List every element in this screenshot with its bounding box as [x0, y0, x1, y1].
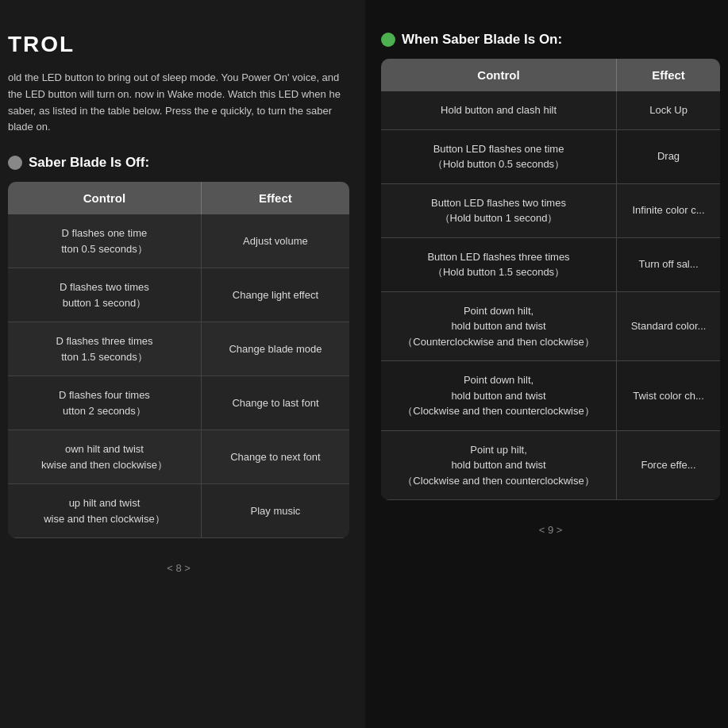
table-cell-effect: Standard color... — [617, 291, 720, 361]
table-row: D flashes four times utton 2 seconds）Cha… — [8, 376, 349, 430]
table-row: Button LED flashes two times （Hold butto… — [381, 183, 720, 237]
table-cell-control: own hilt and twist kwise and then clockw… — [8, 430, 201, 484]
table-cell-effect: Turn off sal... — [617, 237, 720, 291]
right-page: When Saber Blade Is On: Control Effect H… — [365, 0, 728, 728]
table-cell-control: Button LED flashes three times （Hold but… — [381, 237, 617, 291]
table-cell-effect: Change to next font — [201, 430, 349, 484]
table-col-effect-left: Effect — [201, 182, 349, 214]
table-cell-effect: Play music — [201, 484, 349, 538]
table-row: D flashes three times tton 1.5 seconds）C… — [8, 322, 349, 376]
table-row: Hold button and clash hiltLock Up — [381, 91, 720, 129]
table-col-effect-right: Effect — [617, 59, 720, 91]
table-cell-effect: Change light effect — [201, 268, 349, 322]
page-number-right: < 9 > — [381, 524, 720, 536]
table-cell-control: Button LED flashes one time （Hold button… — [381, 129, 617, 183]
table-cell-effect: Twist color ch... — [617, 361, 720, 431]
table-cell-control: Point down hilt, hold button and twist （… — [381, 361, 617, 431]
table-col-control-left: Control — [8, 182, 201, 214]
page-title-left: TROL — [8, 32, 349, 57]
table-cell-control: D flashes two times button 1 second） — [8, 268, 201, 322]
table-row: own hilt and twist kwise and then clockw… — [8, 430, 349, 484]
table-row: Button LED flashes three times （Hold but… — [381, 237, 720, 291]
page-number-left: < 8 > — [8, 562, 349, 574]
table-row: Point down hilt, hold button and twist （… — [381, 291, 720, 361]
blade-on-title: When Saber Blade Is On: — [402, 32, 562, 48]
table-row: Point down hilt, hold button and twist （… — [381, 361, 720, 431]
table-cell-effect: Infinite color c... — [617, 183, 720, 237]
left-page: TROL old the LED button to bring out of … — [0, 0, 365, 728]
blade-on-section-header: When Saber Blade Is On: — [381, 32, 720, 48]
table-col-control-right: Control — [381, 59, 617, 91]
table-cell-control: D flashes one time tton 0.5 seconds） — [8, 214, 201, 268]
blade-on-indicator — [381, 33, 395, 47]
table-row: Point up hilt, hold button and twist （Cl… — [381, 430, 720, 500]
table-cell-control: Button LED flashes two times （Hold butto… — [381, 183, 617, 237]
table-cell-control: Point up hilt, hold button and twist （Cl… — [381, 430, 617, 500]
table-cell-control: Hold button and clash hilt — [381, 91, 617, 129]
table-cell-effect: Lock Up — [617, 91, 720, 129]
table-cell-control: D flashes four times utton 2 seconds） — [8, 376, 201, 430]
blade-off-section-header: Saber Blade Is Off: — [8, 155, 349, 171]
table-row: Button LED flashes one time （Hold button… — [381, 129, 720, 183]
table-cell-effect: Drag — [617, 129, 720, 183]
table-cell-effect: Change blade mode — [201, 322, 349, 376]
blade-off-indicator — [8, 156, 22, 170]
intro-text: old the LED button to bring out of sleep… — [8, 70, 349, 136]
blade-on-table: Control Effect Hold button and clash hil… — [381, 59, 720, 500]
table-cell-effect: Adjust volume — [201, 214, 349, 268]
table-cell-control: up hilt and twist wise and then clockwis… — [8, 484, 201, 538]
table-row: D flashes two times button 1 second）Chan… — [8, 268, 349, 322]
table-cell-control: Point down hilt, hold button and twist （… — [381, 291, 617, 361]
blade-off-table: Control Effect D flashes one time tton 0… — [8, 182, 349, 538]
table-cell-effect: Change to last font — [201, 376, 349, 430]
table-cell-effect: Force effe... — [617, 430, 720, 500]
blade-off-title: Saber Blade Is Off: — [29, 155, 149, 171]
table-row: up hilt and twist wise and then clockwis… — [8, 484, 349, 538]
table-cell-control: D flashes three times tton 1.5 seconds） — [8, 322, 201, 376]
table-row: D flashes one time tton 0.5 seconds）Adju… — [8, 214, 349, 268]
